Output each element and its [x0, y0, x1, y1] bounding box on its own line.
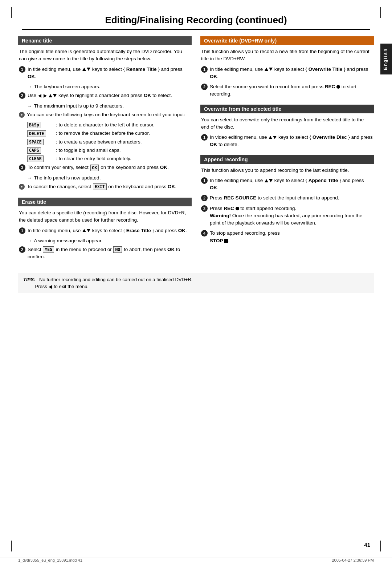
append-step3: 3 Press REC to start append recording. W… [200, 205, 374, 227]
exit-badge: EXIT [93, 183, 107, 190]
append-step1: 1 In title editing menu, use keys to sel… [200, 177, 374, 192]
ov-step2-num: 2 [201, 84, 208, 90]
bullet2-sym: ● [19, 184, 25, 190]
overwrite-selected-header: Overwrite from the selected title [200, 105, 374, 113]
step2-content: Use keys to highlight a character and pr… [28, 92, 191, 99]
bottom-border-left [11, 541, 12, 551]
erase-title-intro: You can delete a specific title (recordi… [18, 209, 192, 224]
key-delete: DELETE : to remove the character before … [27, 130, 192, 137]
rename-step3: 3 To confirm your entry, select OK on th… [18, 164, 192, 171]
page-number: 41 [364, 542, 370, 548]
app-step4-num: 4 [201, 230, 208, 236]
bullet2-content: To cancel the changes, select EXIT on th… [27, 183, 191, 190]
erase-step2-content: Select YES in the menu to proceed or NO … [28, 246, 191, 261]
append-recording-header: Append recording [200, 155, 374, 164]
app-step2-content: Press REC SOURCE to select the input cha… [210, 194, 373, 202]
app-step1-num: 1 [201, 177, 208, 184]
key-caps: CAPS : to toggle big and small caps. [27, 147, 192, 154]
rename-title-intro: The original title name is generated aut… [18, 48, 192, 63]
clear-badge: CLEAR [27, 155, 44, 162]
page-title: Editing/Finalising Recording (continued) [22, 15, 370, 30]
app-step3-content: Press REC to start append recording. War… [210, 205, 373, 227]
page-container: Editing/Finalising Recording (continued)… [0, 0, 392, 566]
step1-num: 1 [19, 66, 25, 73]
erase-step1-content: In title editing menu, use keys to selec… [28, 227, 191, 234]
bullet1-sym: ● [19, 112, 25, 118]
bullet1-intro: You can use the following keys on the ke… [27, 111, 191, 118]
space-badge: SPACE [27, 139, 44, 145]
step1-content: In title editing menu, use keys to selec… [28, 66, 191, 81]
overwrite-dvdrw-intro: This function allows you to record a new… [200, 48, 374, 63]
erase-step1: 1 In title editing menu, use keys to sel… [18, 227, 192, 234]
title-suffix: (continued) [233, 15, 287, 25]
bottom-border-right [380, 541, 381, 551]
rename-step2: 2 Use keys to highlight a character and … [18, 92, 192, 99]
step2-num: 2 [19, 92, 25, 99]
keys-table: BkSp : to delete a character to the left… [27, 121, 192, 162]
key-clear: CLEAR : to clear the entry field complet… [27, 155, 192, 162]
ov-sel-step1-num: 1 [201, 134, 208, 141]
rename-step1: 1 In title editing menu, use keys to sel… [18, 66, 192, 81]
ok-badge: OK [90, 165, 99, 171]
no-badge: NO [113, 246, 122, 253]
erase-step2-num: 2 [19, 246, 25, 253]
app-step1-content: In title editing menu, use keys to selec… [210, 177, 373, 192]
yes-badge: YES [43, 246, 54, 253]
step3-content: To confirm your entry, select OK on the … [28, 164, 191, 171]
overwrite-selected-intro: You can select to overwrite only the rec… [200, 116, 374, 131]
app-step4-content: To stop append recording, press STOP . [210, 230, 373, 244]
top-border-right [380, 7, 381, 18]
append-step4: 4 To stop append recording, press STOP . [200, 230, 374, 244]
delete-badge: DELETE [27, 130, 46, 137]
ov-step2-content: Select the source you want to record fro… [210, 83, 373, 98]
rename-bullet2: ● To cancel the changes, select EXIT on … [18, 183, 192, 190]
page-footer: 1_dvdr3355_eu_eng_15891.indd 41 2005-04-… [0, 558, 392, 562]
erase-step1-num: 1 [19, 227, 25, 234]
append-step2: 2 Press REC SOURCE to select the input c… [200, 194, 374, 202]
erase-title-header: Erase title [18, 198, 192, 206]
right-column: Overwrite title (DVD+RW only) This funct… [200, 36, 374, 264]
append-recording-intro: This function allows you to append recor… [200, 167, 374, 174]
caps-badge: CAPS [27, 147, 41, 154]
tips-box: TIPS: No further recording and editing c… [18, 273, 374, 293]
tips-label: TIPS: [23, 277, 35, 282]
key-bksp: BkSp : to delete a character to the left… [27, 121, 192, 129]
rename-title-header: Rename title [18, 36, 192, 45]
rename-step3-arrow: → The info panel is now updated. [27, 174, 192, 182]
app-step3-num: 3 [201, 205, 208, 212]
overwrite-dvdrw-step1: 1 In title editing menu, use keys to sel… [200, 66, 374, 81]
rename-step1-arrow: → The keyboard screen appears. [27, 83, 192, 90]
rename-bullet1: ● You can use the following keys on the … [18, 111, 192, 118]
rename-step2-arrow: → The maximum input is up to 9 character… [27, 102, 192, 110]
overwrite-dvdrw-step2: 2 Select the source you want to record f… [200, 83, 374, 98]
title-main: Editing/Finalising Recording [105, 15, 233, 25]
erase-step1-arrow: → A warning message will appear. [27, 237, 192, 244]
overwrite-dvdrw-header: Overwrite title (DVD+RW only) [200, 36, 374, 45]
left-column: Rename title The original title name is … [18, 36, 192, 264]
app-step2-num: 2 [201, 195, 208, 201]
key-space: SPACE : to create a space between charac… [27, 138, 192, 146]
language-tab: English [380, 44, 392, 74]
ov-sel-step1: 1 In video editing menu, use keys to sel… [200, 134, 374, 149]
content-area: Rename title The original title name is … [0, 33, 392, 267]
ov-sel-step1-content: In video editing menu, use keys to selec… [210, 134, 373, 149]
footer-right: 2005-04-27 2:36:59 PM [332, 558, 374, 562]
erase-step2: 2 Select YES in the menu to proceed or N… [18, 246, 192, 261]
footer-left: 1_dvdr3355_eu_eng_15891.indd 41 [18, 558, 82, 562]
step3-num: 3 [19, 164, 25, 171]
bksp-badge: BkSp [27, 122, 41, 128]
top-border-left [11, 7, 12, 18]
ov-step1-num: 1 [201, 66, 208, 73]
ov-step1-content: In title editing menu, use keys to selec… [210, 66, 373, 81]
